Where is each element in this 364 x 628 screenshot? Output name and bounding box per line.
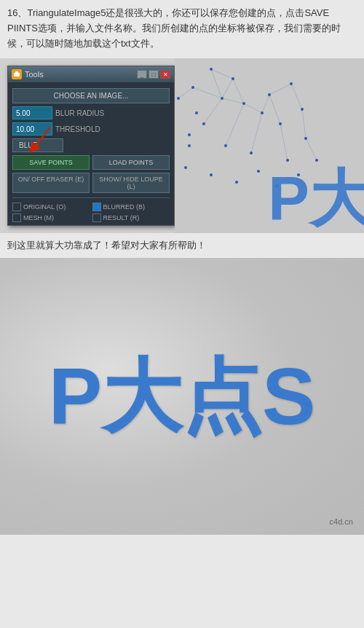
threshold-label: THRESHOLD	[55, 125, 100, 133]
bottom-text-content: P 大 点 S	[49, 356, 316, 436]
svg-point-28	[261, 111, 264, 114]
blurred-label: BLURRED (B)	[103, 203, 146, 211]
svg-point-34	[279, 122, 282, 125]
load-points-button[interactable]: LOAD POINTS	[92, 155, 170, 170]
svg-point-31	[224, 144, 227, 147]
svg-line-7	[222, 98, 244, 103]
svg-point-40	[290, 82, 293, 85]
blur-radius-input[interactable]	[12, 106, 52, 119]
maximize-button[interactable]: □	[149, 70, 159, 79]
original-checkbox-item: ORIGINAL (O)	[12, 203, 90, 211]
checkbox-grid: ORIGINAL (O) BLURRED (B) MESH (M) RESULT…	[12, 203, 170, 222]
loupe-toggle-button[interactable]: SHOW/ HIDE LOUPE (L)	[92, 173, 170, 193]
svg-point-22	[210, 68, 213, 71]
dialog-titlebar: Tools _ □ ✕	[8, 66, 174, 82]
threshold-input[interactable]	[12, 122, 52, 136]
svg-line-19	[291, 84, 302, 109]
blur-radius-label: BLUR RADIUS	[55, 109, 104, 117]
svg-line-6	[211, 69, 222, 98]
svg-line-13	[226, 103, 244, 146]
minimize-button[interactable]: _	[137, 70, 147, 79]
svg-line-4	[211, 69, 233, 79]
svg-point-43	[315, 159, 318, 162]
svg-point-26	[221, 97, 223, 100]
svg-line-16	[269, 95, 280, 124]
image-large-text: P大	[268, 168, 364, 229]
bottom-image-area: P 大 点 S c4d.cn	[0, 258, 364, 535]
separator-1	[12, 197, 170, 198]
svg-line-17	[280, 124, 288, 160]
svg-point-24	[191, 86, 194, 89]
mesh-checkbox-item: MESH (M)	[12, 213, 90, 222]
svg-rect-1	[15, 71, 18, 74]
svg-point-29	[202, 122, 205, 125]
svg-line-9	[244, 103, 262, 113]
eraser-toggle-button[interactable]: ON/ OFF ERASER (E)	[12, 173, 90, 193]
original-checkbox[interactable]	[12, 203, 21, 211]
bottom-big-letter-da: 大	[102, 356, 182, 436]
dialog-controls: _ □ ✕	[137, 70, 170, 79]
svg-point-44	[195, 111, 198, 114]
eraser-loupe-row: ON/ OFF ERASER (E) SHOW/ HIDE LOUPE (L)	[12, 173, 170, 193]
svg-line-15	[262, 95, 269, 113]
result-checkbox[interactable]	[92, 213, 101, 222]
svg-line-11	[178, 87, 193, 98]
watermark-text: c4d.cn	[330, 517, 353, 526]
svg-point-42	[304, 137, 307, 140]
top-description: 16、TriangulateImage5还是很强大的，你还可以保存您创建的点，点…	[0, 0, 364, 58]
content-area: Tools _ □ ✕ CHOOSE AN IMAGE... BLUR RADI…	[0, 58, 364, 233]
close-button[interactable]: ✕	[160, 70, 170, 79]
svg-line-18	[269, 84, 291, 95]
original-label: ORIGINAL (O)	[23, 203, 66, 211]
choose-image-button[interactable]: CHOOSE AN IMAGE...	[12, 88, 170, 103]
save-load-row: SAVE POINTS LOAD POINTS	[12, 155, 170, 170]
svg-line-21	[306, 138, 317, 160]
result-label: RESULT (R)	[103, 214, 140, 221]
blur-button-row: BLUR	[12, 138, 170, 152]
blurred-checkbox-item: BLURRED (B)	[92, 203, 170, 211]
svg-point-46	[184, 166, 187, 169]
svg-line-20	[302, 109, 306, 138]
svg-point-37	[235, 181, 238, 184]
svg-line-5	[222, 79, 233, 98]
svg-point-41	[301, 108, 304, 111]
svg-point-30	[188, 133, 191, 136]
bottom-big-letter-s: S	[262, 356, 315, 436]
blurred-checkbox[interactable]	[92, 203, 101, 211]
dialog-body: CHOOSE AN IMAGE... BLUR RADIUS THRESHOLD…	[8, 82, 174, 228]
dialog-title-icon	[12, 69, 22, 79]
save-points-button[interactable]: SAVE POINTS	[12, 155, 90, 170]
right-image-area: P大	[175, 58, 364, 233]
mesh-label: MESH (M)	[23, 214, 54, 221]
bottom-big-letter-p: P	[49, 356, 102, 436]
svg-line-14	[251, 113, 262, 153]
result-checkbox-item: RESULT (R)	[92, 213, 170, 222]
svg-line-10	[193, 87, 222, 98]
svg-point-35	[286, 159, 289, 162]
tools-dialog: Tools _ □ ✕ CHOOSE AN IMAGE... BLUR RADI…	[7, 66, 175, 226]
svg-point-32	[250, 152, 253, 154]
blur-radius-row: BLUR RADIUS	[12, 106, 170, 119]
svg-line-12	[204, 98, 222, 124]
svg-line-8	[233, 79, 244, 103]
svg-point-33	[268, 93, 271, 96]
bottom-big-letter-dian: 点	[182, 356, 262, 436]
svg-point-25	[177, 97, 180, 100]
svg-point-27	[242, 102, 245, 105]
svg-point-45	[188, 144, 191, 147]
dialog-title-text: Tools	[25, 70, 137, 79]
middle-description: 到这里就算大功靠成了！希望对大家有所帮助！	[0, 233, 364, 258]
svg-point-23	[232, 77, 234, 80]
blur-button[interactable]: BLUR	[12, 138, 63, 152]
mesh-checkbox[interactable]	[12, 213, 21, 222]
threshold-row: THRESHOLD	[12, 122, 170, 136]
svg-point-38	[257, 170, 260, 173]
svg-point-36	[210, 173, 213, 176]
